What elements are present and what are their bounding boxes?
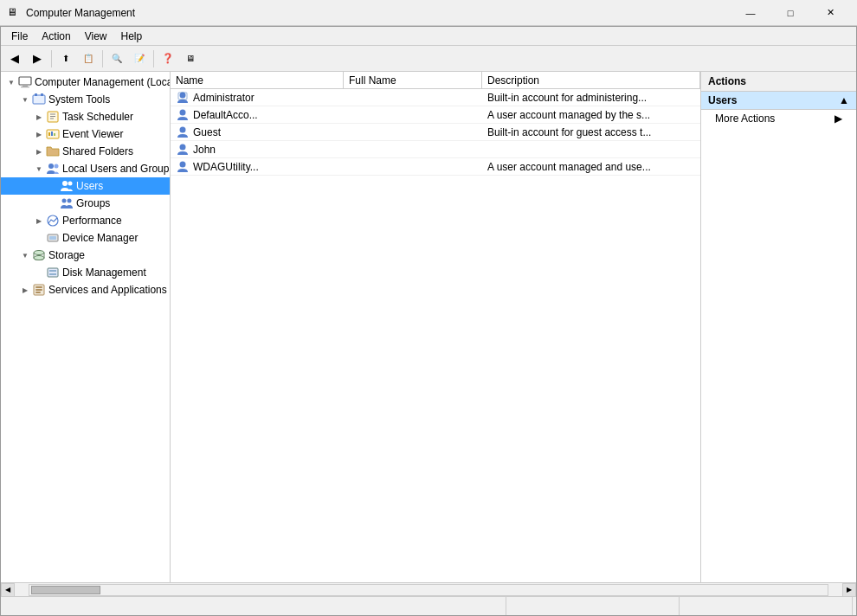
app-icon: 🖥 (7, 6, 21, 20)
more-actions-item[interactable]: More Actions ▶ (701, 110, 856, 127)
more-actions-arrow: ▶ (834, 112, 842, 125)
sidebar-label-device-manager: Device Manager (62, 232, 138, 244)
menu-action[interactable]: Action (35, 29, 77, 44)
toolbar-sep-3 (153, 50, 154, 67)
cell-fullname-2 (344, 132, 482, 133)
toolbar-back[interactable]: ◀ (4, 48, 25, 69)
toolbar-extra[interactable]: 🖥 (180, 48, 201, 69)
window-title: Computer Management (26, 7, 731, 19)
main-window: File Action View Help ◀ ▶ ⬆ 📋 🔍 📝 ❓ 🖥 ▼ … (0, 26, 857, 616)
sidebar-item-event-viewer[interactable]: ▶ Event Viewer (1, 125, 170, 143)
toolbar-find[interactable]: 🔍 (106, 48, 127, 69)
scroll-left[interactable]: ◀ (1, 583, 15, 597)
table-row[interactable]: Guest Built-in account for guest access … (171, 124, 700, 141)
expand-disk[interactable] (32, 266, 46, 279)
expand-local-users[interactable]: ▼ (32, 162, 46, 176)
sidebar-item-root[interactable]: ▼ Computer Management (Local (1, 74, 170, 91)
svg-point-32 (180, 92, 186, 98)
expand-users[interactable] (46, 179, 60, 193)
sidebar-item-system-tools[interactable]: ▼ System Tools (1, 91, 170, 108)
svg-rect-27 (49, 273, 56, 275)
cell-name-0: Administrator (171, 90, 344, 106)
toolbar-new[interactable]: 📋 (78, 48, 99, 69)
sidebar-item-shared-folders[interactable]: ▶ Shared Folders (1, 143, 170, 160)
actions-panel: Actions Users ▲ More Actions ▶ (700, 72, 856, 582)
expand-shared-folders[interactable]: ▶ (32, 144, 46, 158)
sidebar-label-performance: Performance (62, 215, 122, 227)
expand-system-tools[interactable]: ▼ (18, 93, 32, 106)
disk-icon (46, 266, 60, 279)
col-header-fullname[interactable]: Full Name (344, 72, 482, 88)
col-header-name[interactable]: Name (171, 72, 344, 88)
sidebar-item-disk-management[interactable]: Disk Management (1, 264, 170, 281)
services-icon (32, 283, 46, 297)
svg-point-15 (55, 164, 59, 169)
menu-help[interactable]: Help (114, 29, 150, 44)
svg-point-36 (180, 144, 186, 150)
expand-root[interactable]: ▼ (4, 75, 18, 89)
user-icon-4 (176, 160, 190, 174)
group-icon (60, 196, 74, 210)
cell-fullname-1 (344, 114, 482, 116)
tools-icon (32, 93, 46, 106)
toolbar-sep-2 (102, 50, 103, 67)
sidebar-item-device-manager[interactable]: Device Manager (1, 229, 170, 247)
scroll-right[interactable]: ▶ (842, 583, 856, 597)
svg-point-24 (34, 256, 44, 260)
performance-icon (46, 214, 60, 228)
sidebar-item-task-scheduler[interactable]: ▶ Task Scheduler (1, 108, 170, 125)
window-controls: — □ ✕ (731, 0, 850, 26)
svg-rect-3 (33, 95, 45, 104)
table-row[interactable]: Administrator Built-in account for admin… (171, 89, 700, 106)
close-button[interactable]: ✕ (810, 0, 850, 26)
svg-rect-29 (35, 286, 42, 288)
cell-name-4: WDAGUtility... (171, 159, 344, 175)
sidebar-label-shared-folders: Shared Folders (62, 145, 133, 157)
expand-task-scheduler[interactable]: ▶ (32, 110, 46, 124)
sidebar-item-users[interactable]: Users (1, 177, 170, 195)
sidebar-label-event-viewer: Event Viewer (62, 128, 123, 140)
toolbar-properties[interactable]: 📝 (129, 48, 150, 69)
event-icon (46, 127, 60, 141)
title-bar: 🖥 Computer Management — □ ✕ (0, 0, 857, 26)
cell-name-2: Guest (171, 125, 344, 140)
user-icon-2 (176, 125, 190, 139)
expand-performance[interactable]: ▶ (32, 214, 46, 228)
user-icon-0 (176, 91, 190, 105)
horizontal-scrollbar: ◀ ▶ (1, 582, 856, 596)
storage-icon (32, 248, 46, 262)
status-pane-1 (4, 597, 506, 615)
table-row[interactable]: DefaultAcco... A user account managed by… (171, 106, 700, 124)
scroll-track[interactable] (29, 584, 828, 596)
actions-section-users[interactable]: Users ▲ (701, 92, 856, 110)
expand-event-viewer[interactable]: ▶ (32, 127, 46, 141)
expand-storage[interactable]: ▼ (18, 248, 32, 262)
expand-groups[interactable] (46, 196, 60, 210)
menu-bar: File Action View Help (1, 27, 856, 46)
maximize-button[interactable]: □ (770, 0, 810, 26)
svg-rect-31 (35, 292, 41, 293)
toolbar-sep-1 (51, 50, 52, 67)
toolbar-up[interactable]: ⬆ (55, 48, 76, 69)
expand-device-manager[interactable] (32, 231, 46, 245)
cell-name-3: John (171, 142, 344, 157)
actions-section-label: Users (708, 94, 737, 106)
toolbar: ◀ ▶ ⬆ 📋 🔍 📝 ❓ 🖥 (1, 46, 856, 72)
table-row[interactable]: John (171, 141, 700, 158)
col-header-description[interactable]: Description (482, 72, 700, 88)
svg-point-17 (68, 182, 73, 186)
sidebar-item-performance[interactable]: ▶ Performance (1, 212, 170, 229)
toolbar-help[interactable]: ❓ (158, 48, 178, 69)
sidebar-item-services[interactable]: ▶ Services and Applications (1, 281, 170, 298)
sidebar-item-groups[interactable]: Groups (1, 195, 170, 212)
toolbar-forward[interactable]: ▶ (27, 48, 48, 69)
svg-point-16 (62, 181, 68, 186)
sidebar-item-storage[interactable]: ▼ Storage (1, 247, 170, 264)
menu-view[interactable]: View (78, 29, 114, 44)
expand-services[interactable]: ▶ (18, 283, 32, 297)
menu-file[interactable]: File (4, 29, 35, 44)
table-row[interactable]: WDAGUtility... A user account managed an… (171, 158, 700, 176)
scroll-thumb[interactable] (31, 586, 100, 594)
sidebar-item-local-users-groups[interactable]: ▼ Local Users and Groups (1, 160, 170, 177)
minimize-button[interactable]: — (731, 0, 770, 26)
